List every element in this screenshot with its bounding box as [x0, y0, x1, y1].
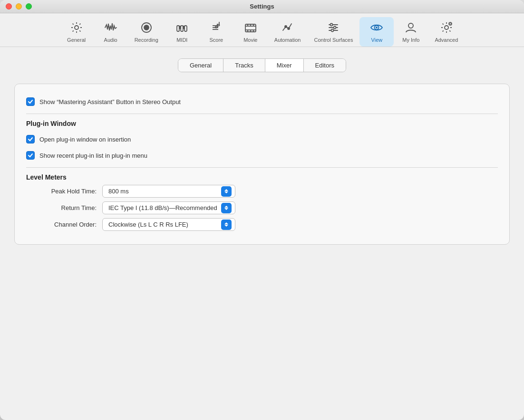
peak-hold-label: Peak Hold Time: — [26, 188, 102, 195]
toolbar-item-audio[interactable]: Audio — [94, 17, 128, 47]
mixer-panel: Show “Mastering Assistant” Button in Ste… — [14, 84, 510, 245]
person-icon — [403, 20, 418, 35]
toolbar-control-surfaces-label: Control Surfaces — [314, 37, 353, 43]
toolbar-my-info-label: My Info — [402, 37, 419, 43]
svg-rect-5 — [184, 26, 187, 31]
tab-mixer[interactable]: Mixer — [265, 59, 304, 72]
open-plugin-row: Open plug-in window on insertion — [26, 131, 498, 147]
svg-point-33 — [376, 27, 378, 29]
plugin-window-title: Plug-in Window — [26, 120, 498, 127]
toolbar-movie-label: Movie — [243, 37, 257, 43]
tab-editors[interactable]: Editors — [304, 59, 346, 72]
svg-point-36 — [449, 22, 452, 25]
automation-icon — [280, 20, 295, 35]
tab-general[interactable]: General — [178, 59, 223, 72]
advanced-gear-icon — [439, 20, 454, 35]
show-recent-checkbox-wrapper[interactable]: Show recent plug-in list in plug-in menu — [26, 151, 147, 160]
toolbar-item-automation[interactable]: Automation — [268, 17, 308, 47]
minimize-button[interactable] — [16, 3, 22, 10]
svg-point-35 — [445, 26, 448, 29]
toolbar-midi-label: MIDI — [176, 37, 187, 43]
toolbar-item-movie[interactable]: Movie — [233, 17, 268, 47]
channel-order-select[interactable]: Clockwise (Ls L C R Rs LFE) SMPTE/ITU (L… — [102, 218, 235, 231]
open-plugin-label: Open plug-in window on insertion — [39, 136, 131, 143]
show-recent-row: Show recent plug-in list in plug-in menu — [26, 147, 498, 163]
svg-point-29 — [330, 24, 333, 26]
toolbar-item-my-info[interactable]: My Info — [394, 17, 428, 47]
channel-order-row: Channel Order: Clockwise (Ls L C R Rs LF… — [26, 218, 498, 231]
toolbar-advanced-label: Advanced — [435, 37, 458, 43]
mastering-assistant-checkbox-wrapper[interactable]: Show “Mastering Assistant” Button in Ste… — [26, 97, 181, 106]
svg-point-2 — [144, 25, 149, 30]
title-bar: Settings — [0, 0, 524, 13]
toolbar-item-control-surfaces[interactable]: Control Surfaces — [307, 17, 359, 47]
gear-icon — [69, 20, 84, 35]
maximize-button[interactable] — [26, 3, 32, 10]
toolbar-item-score[interactable]: Score — [199, 17, 233, 47]
open-plugin-checkbox-wrapper[interactable]: Open plug-in window on insertion — [26, 135, 131, 143]
toolbar-item-general[interactable]: General — [59, 17, 94, 47]
separator-2 — [26, 167, 498, 168]
separator-1 — [26, 114, 498, 114]
toolbar-item-recording[interactable]: Recording — [128, 17, 165, 47]
return-time-select-wrapper: IEC Type I (11.8 dB/s)—Recommended IEC T… — [102, 201, 235, 214]
channel-order-select-wrapper: Clockwise (Ls L C R Rs LFE) SMPTE/ITU (L… — [102, 218, 235, 231]
toolbar: General Audio Recording — [0, 13, 524, 47]
toolbar-item-view[interactable]: View — [359, 17, 394, 47]
svg-point-24 — [285, 26, 287, 28]
toolbar-item-midi[interactable]: MIDI — [165, 17, 199, 47]
toolbar-recording-label: Recording — [135, 37, 158, 43]
window-title: Settings — [250, 3, 274, 10]
mastering-assistant-label: Show “Mastering Assistant” Button in Ste… — [39, 98, 181, 105]
toolbar-score-label: Score — [209, 37, 223, 43]
tab-tracks[interactable]: Tracks — [223, 59, 265, 72]
sliders-icon — [326, 20, 341, 35]
traffic-lights — [6, 3, 32, 10]
toolbar-item-advanced[interactable]: Advanced — [428, 17, 465, 47]
peak-hold-select-wrapper: 100 ms 500 ms 800 ms 2000 ms Infinite No… — [102, 185, 235, 198]
settings-window: Settings General Audio — [0, 0, 524, 420]
show-recent-label: Show recent plug-in list in plug-in menu — [39, 152, 147, 159]
svg-rect-7 — [183, 26, 184, 29]
view-tabs: General Tracks Mixer Editors — [14, 58, 510, 72]
return-time-select[interactable]: IEC Type I (11.8 dB/s)—Recommended IEC T… — [102, 201, 235, 214]
svg-point-25 — [288, 28, 290, 29]
return-time-row: Return Time: IEC Type I (11.8 dB/s)—Reco… — [26, 201, 498, 214]
movie-icon — [243, 20, 258, 35]
mastering-assistant-checkbox[interactable] — [26, 97, 35, 106]
return-time-label: Return Time: — [26, 204, 102, 211]
waveform-icon — [103, 20, 118, 35]
toolbar-audio-label: Audio — [104, 37, 117, 43]
record-icon — [139, 20, 154, 35]
close-button[interactable] — [6, 3, 12, 10]
mastering-assistant-row: Show “Mastering Assistant” Button in Ste… — [26, 94, 498, 110]
peak-hold-select[interactable]: 100 ms 500 ms 800 ms 2000 ms Infinite No… — [102, 185, 235, 198]
eye-icon — [369, 20, 384, 35]
svg-point-0 — [75, 26, 78, 29]
score-icon — [209, 20, 224, 35]
peak-hold-row: Peak Hold Time: 100 ms 500 ms 800 ms 200… — [26, 185, 498, 198]
svg-point-30 — [334, 27, 336, 29]
midi-icon — [175, 20, 190, 35]
tab-group: General Tracks Mixer Editors — [178, 58, 346, 72]
toolbar-general-label: General — [67, 37, 86, 43]
svg-rect-6 — [179, 26, 181, 29]
svg-point-34 — [408, 23, 413, 28]
open-plugin-checkbox[interactable] — [26, 135, 35, 143]
level-meters-title: Level Meters — [26, 173, 498, 181]
main-content: General Tracks Mixer Editors Show “Maste… — [0, 47, 524, 420]
toolbar-view-label: View — [371, 37, 383, 43]
channel-order-label: Channel Order: — [26, 221, 102, 228]
svg-point-31 — [331, 29, 334, 32]
toolbar-automation-label: Automation — [274, 37, 301, 43]
show-recent-checkbox[interactable] — [26, 151, 35, 160]
